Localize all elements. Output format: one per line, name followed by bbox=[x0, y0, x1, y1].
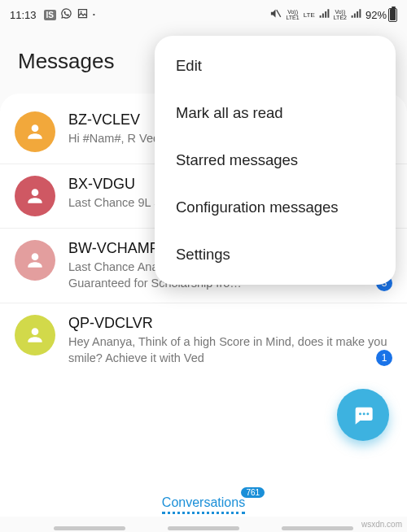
tab-label: Conversations bbox=[162, 495, 245, 509]
nav-home[interactable] bbox=[168, 526, 239, 530]
overflow-menu: Edit Mark all as read Starred messages C… bbox=[155, 36, 396, 285]
svg-point-4 bbox=[366, 412, 369, 415]
svg-point-0 bbox=[81, 11, 82, 13]
tab-conversations[interactable]: Conversations 761 bbox=[162, 495, 245, 514]
avatar bbox=[15, 240, 55, 281]
battery-icon bbox=[388, 8, 397, 22]
compose-button[interactable] bbox=[337, 389, 389, 441]
person-icon bbox=[24, 325, 46, 346]
message-preview: Hey Ananya, Think of a high Score in Min… bbox=[68, 334, 392, 366]
battery-indicator: 92% bbox=[365, 8, 397, 22]
menu-settings[interactable]: Settings bbox=[155, 231, 396, 278]
image-icon bbox=[77, 7, 89, 22]
status-time: 11:13 bbox=[10, 9, 37, 21]
compose-icon bbox=[352, 403, 374, 426]
sim1-data-icon: LTE bbox=[304, 11, 315, 19]
menu-configuration-messages[interactable]: Configuration messages bbox=[155, 184, 396, 231]
svg-point-2 bbox=[359, 412, 361, 415]
nav-recents[interactable] bbox=[54, 526, 125, 530]
is-app-icon: IS bbox=[44, 10, 56, 20]
sim2-lte-icon: Vo))LTE2 bbox=[334, 9, 347, 20]
status-bar: 11:13 IS • Vo))LTE1 LTE Vo))LTE2 bbox=[0, 0, 407, 29]
watermark: wsxdn.com bbox=[361, 520, 402, 529]
svg-line-1 bbox=[277, 10, 281, 17]
person-icon bbox=[24, 250, 46, 271]
sender-name: BZ-VCLEV bbox=[68, 111, 140, 129]
svg-point-3 bbox=[363, 412, 365, 415]
sender-name: QP-VDCLVR bbox=[68, 315, 153, 332]
navigation-bar bbox=[0, 526, 407, 530]
signal1-icon bbox=[319, 8, 330, 21]
menu-mark-all-read[interactable]: Mark all as read bbox=[155, 89, 396, 137]
person-icon bbox=[24, 121, 46, 142]
nav-back[interactable] bbox=[282, 526, 353, 530]
menu-starred-messages[interactable]: Starred messages bbox=[155, 137, 396, 184]
sim1-lte-icon: Vo))LTE1 bbox=[286, 9, 299, 20]
menu-edit[interactable]: Edit bbox=[155, 42, 396, 89]
avatar bbox=[15, 315, 55, 355]
sender-name: BW-VCHAMP bbox=[68, 240, 160, 257]
more-indicator-icon: • bbox=[93, 11, 95, 18]
battery-percent: 92% bbox=[365, 9, 387, 21]
whatsapp-icon bbox=[60, 7, 72, 22]
signal2-icon bbox=[351, 8, 361, 21]
avatar bbox=[15, 111, 55, 152]
conversation-item[interactable]: QP-VDCLVR Hey Ananya, Think of a high Sc… bbox=[0, 303, 407, 377]
avatar bbox=[15, 176, 55, 216]
person-icon bbox=[24, 185, 46, 207]
tab-badge: 761 bbox=[241, 487, 265, 498]
mute-icon bbox=[269, 7, 282, 22]
sender-name: BX-VDGU bbox=[68, 176, 135, 193]
